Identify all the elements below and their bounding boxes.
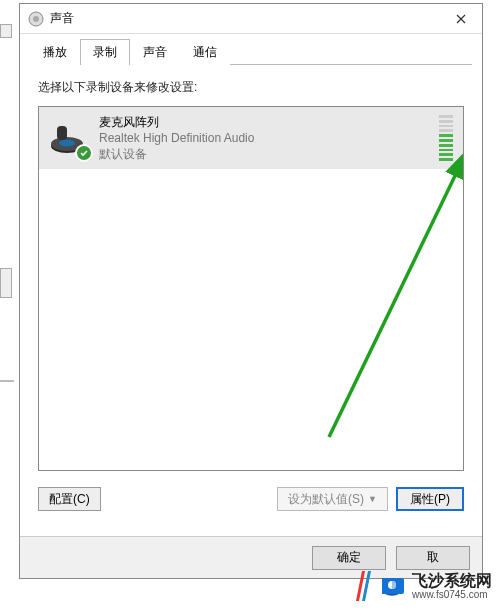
svg-point-1 — [33, 16, 39, 22]
sound-dialog: 声音 播放 录制 声音 通信 选择以下录制设备来修改设置: — [19, 3, 483, 579]
chevron-down-icon: ▼ — [368, 494, 377, 504]
device-icon — [47, 116, 91, 160]
check-icon — [79, 148, 89, 158]
set-default-button[interactable]: 设为默认值(S) ▼ — [277, 487, 388, 511]
tab-communications[interactable]: 通信 — [180, 39, 230, 65]
background-left-strip — [0, 0, 19, 613]
close-icon — [456, 14, 466, 24]
instruction-text: 选择以下录制设备来修改设置: — [38, 79, 464, 96]
properties-button[interactable]: 属性(P) — [396, 487, 464, 511]
tab-panel: 选择以下录制设备来修改设置: 麦克风阵列 Realtek Hi — [20, 65, 482, 481]
device-name: 麦克风阵列 — [99, 114, 433, 130]
device-status: 默认设备 — [99, 146, 433, 162]
device-desc: Realtek High Definition Audio — [99, 130, 433, 146]
svg-rect-5 — [57, 126, 67, 140]
sound-icon — [28, 11, 44, 27]
level-meter — [439, 115, 453, 161]
watermark: 飞沙系统网 www.fs0745.com — [354, 571, 492, 601]
watermark-sub: www.fs0745.com — [412, 589, 492, 600]
default-badge — [75, 144, 93, 162]
device-row[interactable]: 麦克风阵列 Realtek High Definition Audio 默认设备 — [39, 107, 463, 169]
tab-strip: 播放 录制 声音 通信 — [20, 34, 482, 64]
tab-sounds[interactable]: 声音 — [130, 39, 180, 65]
device-text: 麦克风阵列 Realtek High Definition Audio 默认设备 — [99, 114, 433, 163]
cancel-button[interactable]: 取 — [396, 546, 470, 570]
titlebar: 声音 — [20, 4, 482, 34]
ok-button[interactable]: 确定 — [312, 546, 386, 570]
tab-playback[interactable]: 播放 — [30, 39, 80, 65]
configure-button[interactable]: 配置(C) — [38, 487, 101, 511]
close-button[interactable] — [440, 4, 482, 34]
svg-line-6 — [329, 151, 464, 437]
svg-point-4 — [59, 140, 75, 147]
watermark-logo-icon — [378, 572, 406, 600]
device-list[interactable]: 麦克风阵列 Realtek High Definition Audio 默认设备 — [38, 106, 464, 471]
watermark-stripes-icon — [354, 571, 372, 601]
set-default-label: 设为默认值(S) — [288, 491, 364, 508]
tab-recording[interactable]: 录制 — [80, 39, 130, 65]
watermark-title: 飞沙系统网 — [412, 572, 492, 590]
annotation-arrow — [99, 147, 464, 467]
panel-buttons: 配置(C) 设为默认值(S) ▼ 属性(P) — [20, 481, 482, 523]
window-title: 声音 — [50, 10, 440, 27]
